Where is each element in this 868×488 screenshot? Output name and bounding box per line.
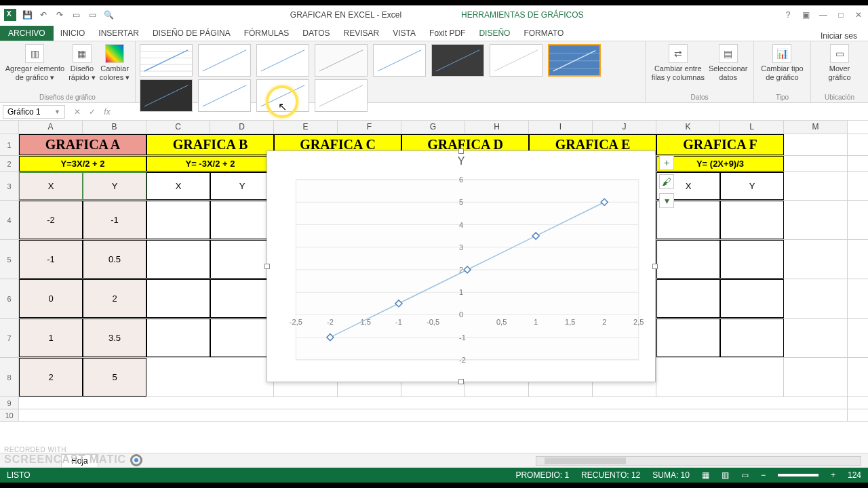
tab-review[interactable]: REVISAR: [337, 26, 387, 41]
undo-icon[interactable]: ↶: [38, 9, 49, 20]
style-thumb-6[interactable]: [431, 44, 484, 77]
cell-A5[interactable]: -1: [19, 240, 83, 279]
save-icon[interactable]: 💾: [22, 9, 33, 20]
row-head-4[interactable]: 4: [0, 201, 19, 239]
close-icon[interactable]: ✕: [853, 10, 864, 20]
cell[interactable]: [720, 319, 784, 357]
style-thumb-5[interactable]: [373, 44, 426, 77]
resize-handle[interactable]: [458, 148, 464, 154]
cell[interactable]: [210, 319, 274, 357]
zoom-out-icon[interactable]: −: [761, 470, 766, 480]
chart-filter-button[interactable]: ▾: [659, 193, 674, 208]
chart-elements-button[interactable]: +: [659, 155, 674, 170]
cell-A7[interactable]: 1: [19, 319, 83, 357]
cell[interactable]: [720, 240, 784, 279]
col-M[interactable]: M: [784, 121, 848, 134]
worksheet-grid[interactable]: A B C D E F G H I J K L M 1 GRAFICA A GR…: [0, 121, 868, 439]
style-thumb-7[interactable]: [490, 44, 542, 77]
change-colors-button[interactable]: Cambiar colores ▾: [100, 44, 130, 81]
embedded-chart[interactable]: Y -2-10123456-2,5-2-1,5-1-0,50,511,522,5…: [267, 150, 656, 382]
cell-D3[interactable]: Y: [210, 172, 274, 200]
cell[interactable]: [784, 172, 848, 200]
cell-A3[interactable]: X: [19, 172, 83, 200]
row-head-10[interactable]: 10: [0, 409, 19, 421]
new-icon[interactable]: ▭: [87, 9, 98, 20]
cell[interactable]: [656, 279, 720, 318]
cell-B7[interactable]: 3.5: [83, 319, 146, 357]
col-J[interactable]: J: [593, 121, 656, 134]
cell[interactable]: [210, 201, 274, 239]
tab-view[interactable]: VISTA: [386, 26, 422, 41]
cell-B4[interactable]: -1: [83, 201, 146, 239]
chart-styles-gallery[interactable]: [136, 41, 646, 102]
view-page-break-icon[interactable]: ▭: [741, 470, 749, 480]
cell[interactable]: [720, 279, 784, 318]
cell-formula-a[interactable]: Y=3X/2 + 2: [19, 156, 146, 171]
zoom-in-icon[interactable]: +: [831, 470, 835, 480]
name-box[interactable]: Gráfico 1 ▼: [3, 105, 65, 119]
maximize-icon[interactable]: □: [835, 10, 846, 20]
change-chart-type-button[interactable]: 📊 Cambiar tipo de gráfico: [761, 44, 803, 81]
col-E[interactable]: E: [274, 121, 338, 134]
select-all-corner[interactable]: [0, 121, 19, 134]
accept-fx-icon[interactable]: ✓: [87, 107, 98, 117]
view-normal-icon[interactable]: ▦: [702, 470, 709, 480]
cell[interactable]: [210, 240, 274, 279]
switch-row-column-button[interactable]: ⇄ Cambiar entre filas y columnas: [652, 44, 705, 81]
cell[interactable]: [784, 279, 848, 318]
style-thumb-10[interactable]: [198, 79, 251, 112]
chevron-down-icon[interactable]: ▼: [54, 108, 60, 115]
style-thumb-3[interactable]: [256, 44, 309, 77]
tab-insert[interactable]: INSERTAR: [92, 26, 146, 41]
col-F[interactable]: F: [338, 121, 401, 134]
cell[interactable]: [146, 240, 210, 279]
col-G[interactable]: G: [401, 121, 465, 134]
cell[interactable]: [146, 319, 210, 357]
cell-grafica-f[interactable]: GRAFICA F: [656, 134, 784, 155]
tab-formulas[interactable]: FÓRMULAS: [237, 26, 296, 41]
cell-formula-b[interactable]: Y= -3X/2 + 2: [146, 156, 274, 171]
cell[interactable]: [784, 319, 848, 357]
cancel-fx-icon[interactable]: ✕: [72, 107, 83, 117]
tab-format[interactable]: FORMATO: [517, 26, 570, 41]
add-chart-element-button[interactable]: ▥ Agregar elemento de gráfico ▾: [5, 44, 64, 81]
tab-design[interactable]: DISEÑO: [472, 26, 517, 41]
move-chart-button[interactable]: ▭ Mover gráfico: [828, 44, 850, 81]
chart-styles-button[interactable]: 🖌: [659, 174, 674, 189]
cell-C3[interactable]: X: [146, 172, 210, 200]
cell-B8[interactable]: 5: [83, 358, 146, 396]
ribbon-options-icon[interactable]: ▣: [800, 10, 811, 20]
col-D[interactable]: D: [210, 121, 274, 134]
cell[interactable]: [784, 358, 848, 396]
cell-A8[interactable]: 2: [19, 358, 83, 396]
cell[interactable]: [146, 358, 274, 396]
cell-formula-f[interactable]: Y= (2X+9)/3: [656, 156, 784, 171]
resize-handle[interactable]: [652, 264, 658, 269]
resize-handle[interactable]: [458, 379, 464, 384]
style-thumb-4[interactable]: [315, 44, 368, 77]
col-K[interactable]: K: [656, 121, 720, 134]
cell-B3[interactable]: Y: [83, 172, 146, 200]
tab-data[interactable]: DATOS: [296, 26, 336, 41]
cell-L3[interactable]: Y: [720, 172, 784, 200]
zoom-slider[interactable]: [778, 474, 818, 476]
cell[interactable]: [146, 201, 210, 239]
cell[interactable]: [656, 319, 720, 357]
col-A[interactable]: A: [19, 121, 83, 134]
resize-handle[interactable]: [264, 264, 270, 269]
cell[interactable]: [784, 134, 848, 155]
row-head-2[interactable]: 2: [0, 156, 19, 171]
row-head-6[interactable]: 6: [0, 279, 19, 318]
col-I[interactable]: I: [529, 121, 593, 134]
help-icon[interactable]: ?: [783, 10, 793, 20]
style-thumb-9[interactable]: [140, 79, 193, 112]
tab-page-layout[interactable]: DISEÑO DE PÁGINA: [146, 26, 237, 41]
cell[interactable]: [656, 358, 784, 396]
style-thumb-1[interactable]: [140, 44, 193, 77]
scroll-thumb[interactable]: [545, 458, 626, 464]
cell[interactable]: [784, 156, 848, 171]
preview-icon[interactable]: 🔍: [103, 9, 114, 20]
cell-grafica-b[interactable]: GRAFICA B: [146, 134, 274, 155]
fx-icon[interactable]: fx: [102, 107, 113, 117]
cell[interactable]: [146, 279, 210, 318]
